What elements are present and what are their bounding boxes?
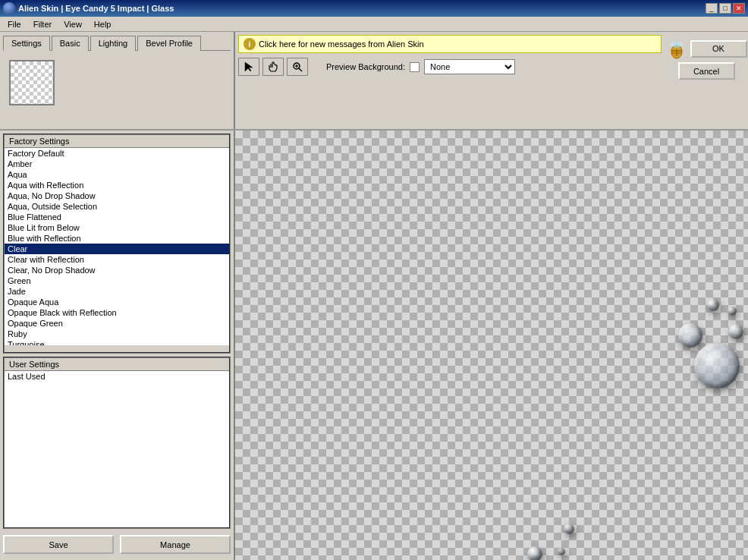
- factory-list-item[interactable]: Aqua with Reflection: [5, 180, 229, 190]
- factory-list-item[interactable]: Clear with Reflection: [5, 254, 229, 265]
- factory-list-item[interactable]: Clear: [5, 244, 229, 254]
- menu-file[interactable]: File: [2, 18, 27, 30]
- glass-drop: [728, 324, 743, 339]
- tab-bevel-profile[interactable]: Bevel Profile: [137, 36, 201, 51]
- factory-settings-title: Factory Settings: [5, 135, 229, 148]
- preview-thumbnail: [9, 60, 55, 105]
- factory-list-item[interactable]: Opaque Green: [5, 318, 229, 329]
- factory-list-item[interactable]: Factory Default: [5, 148, 229, 159]
- toolbar-row: Preview Background: None White Black Gra…: [238, 58, 662, 76]
- user-settings-list[interactable]: Last Used: [5, 371, 229, 527]
- minimize-button[interactable]: _: [706, 3, 718, 14]
- cancel-button[interactable]: Cancel: [678, 62, 735, 80]
- glass-drop: [694, 343, 740, 389]
- factory-list-item[interactable]: Blue Lit from Below: [5, 222, 229, 233]
- title-bar: Alien Skin | Eye Candy 5 Impact | Glass …: [0, 0, 748, 17]
- main-content: Settings Basic Lighting Bevel Profile i …: [0, 32, 748, 560]
- menu-filter[interactable]: Filter: [27, 18, 58, 30]
- glass-drop: [678, 323, 702, 348]
- factory-list-item[interactable]: Clear, No Drop Shadow: [5, 265, 229, 275]
- save-button[interactable]: Save: [3, 535, 114, 554]
- preview-bg-row: Preview Background: None White Black Gra…: [326, 59, 515, 74]
- factory-settings-group: Factory Settings Factory DefaultAmberAqu…: [3, 134, 231, 354]
- manage-button[interactable]: Manage: [120, 535, 231, 554]
- right-top-panel: i Click here for new messages from Alien…: [235, 32, 665, 129]
- factory-list-item[interactable]: Aqua: [5, 169, 229, 180]
- title-bar-left: Alien Skin | Eye Candy 5 Impact | Glass: [3, 2, 174, 14]
- maximize-button[interactable]: □: [719, 3, 731, 14]
- title-bar-controls[interactable]: _ □ ✕: [706, 3, 745, 14]
- lists-panel: Factory Settings Factory DefaultAmberAqu…: [0, 131, 235, 560]
- factory-list-item[interactable]: Aqua, Outside Selection: [5, 201, 229, 212]
- factory-list-item[interactable]: Aqua, No Drop Shadow: [5, 190, 229, 201]
- factory-list-item[interactable]: Opaque Black with Reflection: [5, 307, 229, 318]
- tab-basic[interactable]: Basic: [52, 36, 89, 51]
- tabs: Settings Basic Lighting Bevel Profile: [0, 32, 234, 50]
- ok-cancel-panel: OK Cancel: [665, 32, 748, 129]
- factory-list-item[interactable]: Opaque Aqua: [5, 297, 229, 307]
- factory-list-item[interactable]: Green: [5, 275, 229, 286]
- glass-drop: [707, 299, 719, 311]
- left-panel: Settings Basic Lighting Bevel Profile: [0, 32, 235, 129]
- bottom-buttons: Save Manage: [3, 532, 231, 557]
- bottom-area: Factory Settings Factory DefaultAmberAqu…: [0, 131, 748, 560]
- info-icon: i: [244, 38, 256, 50]
- preview-bg-checkbox[interactable]: [410, 62, 420, 72]
- svg-line-1: [299, 68, 302, 71]
- user-settings-title: User Settings: [5, 358, 229, 371]
- user-settings-group: User Settings Last Used: [3, 357, 231, 529]
- menu-help[interactable]: Help: [88, 18, 118, 30]
- top-area: Settings Basic Lighting Bevel Profile i …: [0, 32, 748, 131]
- tab-lighting[interactable]: Lighting: [90, 36, 137, 51]
- factory-settings-list[interactable]: Factory DefaultAmberAquaAqua with Reflec…: [5, 148, 229, 345]
- close-button[interactable]: ✕: [733, 3, 745, 14]
- glass-drop: [728, 307, 737, 316]
- factory-list-item[interactable]: Blue Flattened: [5, 212, 229, 222]
- factory-list-item[interactable]: Jade: [5, 286, 229, 297]
- menu-bar: File Filter View Help: [0, 17, 748, 32]
- ok-button[interactable]: OK: [690, 40, 747, 58]
- factory-list-item[interactable]: Ruby: [5, 329, 229, 339]
- select-tool-button[interactable]: [238, 58, 259, 76]
- message-bar[interactable]: i Click here for new messages from Alien…: [238, 35, 662, 53]
- preview-area: [235, 131, 748, 560]
- ok-bee-icon: [666, 38, 687, 59]
- hand-tool-button[interactable]: [262, 58, 284, 76]
- glass-drop: [527, 546, 542, 560]
- glass-drop: [558, 548, 565, 555]
- factory-list-item[interactable]: Amber: [5, 159, 229, 169]
- zoom-tool-button[interactable]: [287, 58, 308, 76]
- user-list-item[interactable]: Last Used: [5, 371, 229, 382]
- title-bar-text: Alien Skin | Eye Candy 5 Impact | Glass: [18, 4, 174, 13]
- factory-list-item[interactable]: Blue with Reflection: [5, 233, 229, 244]
- menu-view[interactable]: View: [58, 18, 88, 30]
- preview-bg-label: Preview Background:: [326, 62, 405, 71]
- message-text: Click here for new messages from Alien S…: [259, 39, 424, 49]
- preview-bg-select[interactable]: None White Black Gray: [424, 59, 515, 74]
- tab-settings[interactable]: Settings: [3, 36, 50, 51]
- glass-drop: [564, 524, 574, 534]
- factory-list-item[interactable]: Turquoise: [5, 339, 229, 345]
- app-icon: [3, 2, 15, 14]
